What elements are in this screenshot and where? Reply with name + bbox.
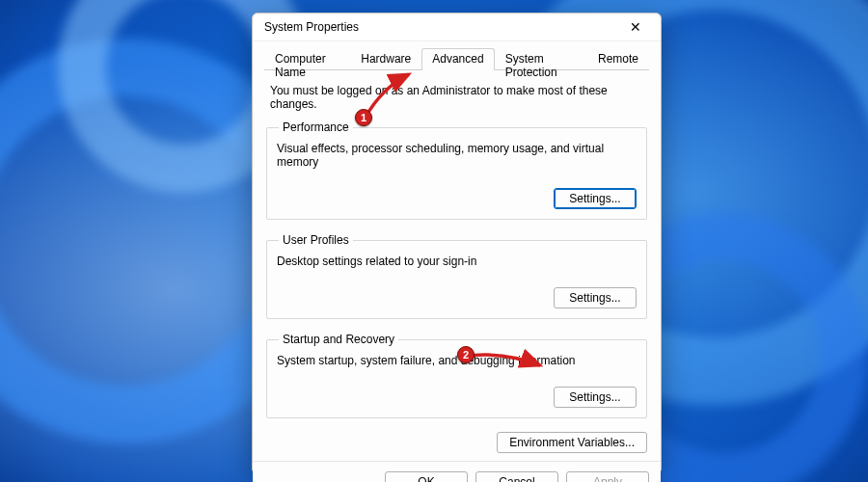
group-startup-legend: Startup and Recovery bbox=[279, 333, 398, 346]
close-icon: ✕ bbox=[630, 20, 641, 34]
group-startup-recovery: Startup and Recovery System startup, sys… bbox=[266, 333, 647, 418]
annotation-badge-1: 1 bbox=[355, 109, 372, 126]
cancel-button[interactable]: Cancel bbox=[475, 471, 558, 482]
tab-system-protection[interactable]: System Protection bbox=[495, 48, 587, 70]
performance-settings-button[interactable]: Settings... bbox=[554, 188, 637, 209]
apply-button[interactable]: Apply bbox=[566, 471, 649, 482]
group-user-profiles-desc: Desktop settings related to your sign-in bbox=[277, 254, 637, 268]
admin-info-text: You must be logged on as an Administrato… bbox=[270, 84, 645, 111]
group-performance-legend: Performance bbox=[279, 120, 353, 134]
tab-remote[interactable]: Remote bbox=[587, 48, 649, 70]
tab-advanced[interactable]: Advanced bbox=[421, 48, 494, 70]
client-area: Computer Name Hardware Advanced System P… bbox=[253, 41, 661, 461]
tab-computer-name[interactable]: Computer Name bbox=[264, 48, 350, 70]
dialog-footer: OK Cancel Apply bbox=[253, 461, 661, 482]
environment-variables-button[interactable]: Environment Variables... bbox=[497, 432, 647, 453]
user-profiles-settings-button[interactable]: Settings... bbox=[554, 287, 637, 308]
annotation-badge-2: 2 bbox=[457, 346, 475, 363]
titlebar: System Properties ✕ bbox=[253, 13, 661, 41]
startup-settings-button[interactable]: Settings... bbox=[554, 387, 637, 408]
close-button[interactable]: ✕ bbox=[616, 13, 655, 40]
system-properties-dialog: System Properties ✕ Computer Name Hardwa… bbox=[252, 13, 662, 474]
group-performance-desc: Visual effects, processor scheduling, me… bbox=[277, 142, 637, 169]
group-performance: Performance Visual effects, processor sc… bbox=[266, 120, 647, 220]
group-user-profiles-legend: User Profiles bbox=[279, 233, 353, 247]
ok-button[interactable]: OK bbox=[385, 471, 468, 482]
group-user-profiles: User Profiles Desktop settings related t… bbox=[266, 233, 647, 319]
tabstrip: Computer Name Hardware Advanced System P… bbox=[264, 47, 649, 70]
tab-hardware[interactable]: Hardware bbox=[350, 48, 421, 70]
window-title: System Properties bbox=[264, 20, 616, 34]
